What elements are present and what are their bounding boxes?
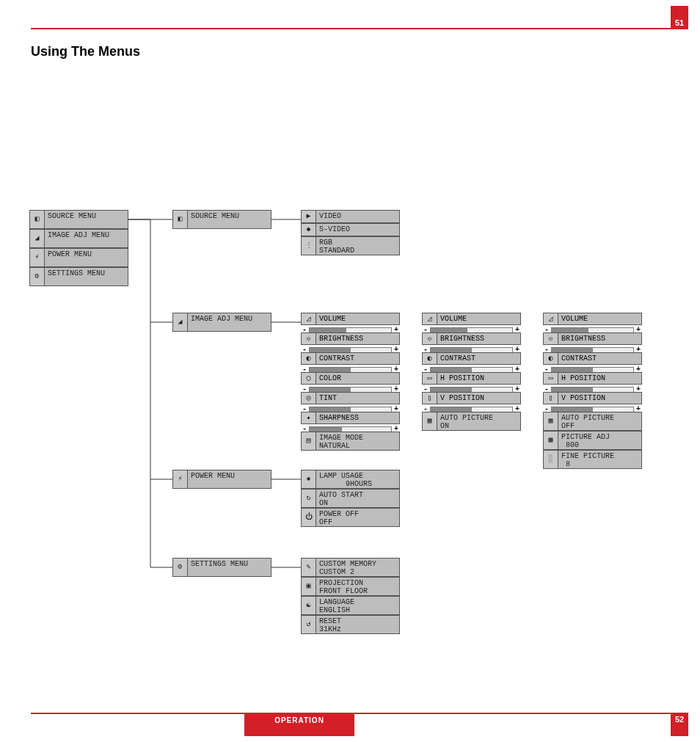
source-option-1-label: S-VIDEO (316, 224, 399, 236)
bright-icon: ☼ (544, 333, 558, 344)
settings-menu-header[interactable]: ⚙ SETTINGS MENU (172, 558, 271, 577)
image-b-slider-1[interactable]: ☼BRIGHTNESS-+ (422, 332, 521, 354)
volume-icon: ◿ (423, 313, 437, 324)
video-icon: ▶ (302, 211, 316, 222)
menu-diagram: ◧ SOURCE MENU ◢ IMAGE ADJ MENU ⚡ POWER M… (29, 210, 675, 650)
image-a-mode[interactable]: ▤IMAGE MODE NATURAL (301, 432, 400, 451)
image-b-auto[interactable]: ▦AUTO PICTURE ON (422, 412, 521, 431)
hpos-icon: ▭ (423, 373, 437, 384)
fine-icon: ░ (544, 451, 558, 468)
vpos-icon: ▯ (423, 393, 437, 404)
power-option-0-label: LAMP USAGE 9HOURS (316, 470, 399, 488)
rgb-icon: ⋮ (302, 237, 316, 255)
source-option-2[interactable]: ⋮RGB STANDARD (301, 236, 400, 255)
image-b-slider-2[interactable]: ◐CONTRAST-+ (422, 352, 521, 374)
image-a-slider-4[interactable]: ◎TINT-+ (301, 392, 400, 414)
settings-option-2[interactable]: ☯LANGUAGE ENGLISH (301, 596, 400, 615)
root-item-1[interactable]: ◢IMAGE ADJ MENU (29, 229, 128, 248)
image-c-slider-0-fill (552, 328, 588, 332)
mode-icon: ▤ (302, 432, 316, 450)
volume-icon: ◿ (302, 313, 316, 324)
image-a-slider-5[interactable]: ✦SHARPNESS-+ (301, 412, 400, 434)
image-b-slider-0[interactable]: ◿VOLUME-+ (422, 313, 521, 335)
poff-icon: ⏻ (302, 509, 316, 526)
image-c-slider-4[interactable]: ▯V POSITION-+ (543, 392, 642, 414)
image-a-slider-2[interactable]: ◐CONTRAST-+ (301, 352, 400, 374)
image-c-extra-2[interactable]: ░FINE PICTURE 8 (543, 450, 642, 469)
image-a-slider-4-label: TINT (316, 393, 399, 404)
bright-icon: ☼ (423, 333, 437, 344)
power-menu-header[interactable]: ⚡ POWER MENU (172, 470, 271, 489)
auto-icon: ▦ (544, 412, 558, 430)
image-c-slider-0[interactable]: ◿VOLUME-+ (543, 313, 642, 335)
contrast-icon: ◐ (302, 353, 316, 364)
image-c-slider-3-label: H POSITION (558, 373, 641, 384)
power-option-1[interactable]: ↻AUTO START ON (301, 489, 400, 508)
image-a-slider-1-fill (310, 348, 351, 352)
reset-icon: ↺ (302, 616, 316, 633)
image-c-slider-1[interactable]: ☼BRIGHTNESS-+ (543, 332, 642, 354)
image-a-slider-0[interactable]: ◿VOLUME-+ (301, 313, 400, 335)
power-icon: ⚡ (173, 470, 188, 488)
bottom-page-number: 52 (671, 713, 688, 736)
contrast-icon: ◐ (544, 353, 558, 364)
image-b-slider-3-label: H POSITION (437, 373, 520, 384)
page-title: Using The Menus (31, 44, 140, 59)
top-page-number: 51 (671, 6, 688, 29)
root-item-3[interactable]: ⚙SETTINGS MENU (29, 267, 128, 286)
svideo-icon: ◆ (302, 224, 316, 236)
image-b-slider-0-label: VOLUME (437, 313, 520, 324)
image-c-extra-0[interactable]: ▦AUTO PICTURE OFF (543, 412, 642, 431)
image-c-slider-4-fill (552, 407, 593, 412)
image-c-extra-1[interactable]: ▩PICTURE ADJ 800 (543, 431, 642, 450)
image-a-slider-1[interactable]: ☼BRIGHTNESS-+ (301, 332, 400, 354)
source-option-1[interactable]: ◆S-VIDEO (301, 223, 400, 236)
image-c-extra-1-label: PICTURE ADJ 800 (558, 432, 641, 449)
power-icon: ⚡ (30, 249, 45, 266)
contrast-icon: ◐ (423, 353, 437, 364)
settings-option-1[interactable]: ▣PROJECTION FRONT FLOOR (301, 577, 400, 596)
image-b-slider-1-fill (431, 348, 472, 352)
image-b-slider-2-label: CONTRAST (437, 353, 520, 364)
image-c-slider-2-label: CONTRAST (558, 353, 641, 364)
root-item-0[interactable]: ◧SOURCE MENU (29, 210, 128, 229)
source-icon: ◧ (173, 211, 188, 228)
image-c-extra-2-label: FINE PICTURE 8 (558, 451, 641, 468)
image-c-slider-3[interactable]: ▭H POSITION-+ (543, 372, 642, 394)
image-b-slider-3[interactable]: ▭H POSITION-+ (422, 372, 521, 394)
color-icon: ◯ (302, 373, 316, 384)
image-b-auto-label: AUTO PICTURE ON (437, 412, 520, 430)
power-option-0[interactable]: ✹LAMP USAGE 9HOURS (301, 470, 400, 489)
image-a-mode-label: IMAGE MODE NATURAL (316, 432, 399, 450)
source-option-0[interactable]: ▶VIDEO (301, 210, 400, 223)
image-a-slider-3-fill (310, 388, 351, 392)
settings-option-3[interactable]: ↺RESET 31KHz (301, 615, 400, 634)
settings-option-1-label: PROJECTION FRONT FLOOR (316, 578, 399, 595)
tint-icon: ◎ (302, 393, 316, 404)
mem-icon: ✎ (302, 559, 316, 576)
image-c-slider-0-label: VOLUME (558, 313, 641, 324)
image-menu-header-label: IMAGE ADJ MENU (188, 313, 271, 331)
power-menu-header-label: POWER MENU (188, 470, 271, 488)
image-b-slider-4[interactable]: ▯V POSITION-+ (422, 392, 521, 414)
image-b-slider-1-label: BRIGHTNESS (437, 333, 520, 344)
sharp-icon: ✦ (302, 412, 316, 423)
image-icon: ◢ (30, 230, 45, 247)
image-menu-header[interactable]: ◢ IMAGE ADJ MENU (172, 313, 271, 332)
image-a-slider-3[interactable]: ◯COLOR-+ (301, 372, 400, 394)
power-option-2[interactable]: ⏻POWER OFF OFF (301, 508, 400, 527)
image-a-slider-0-fill (310, 328, 346, 332)
root-item-2-label: POWER MENU (45, 249, 128, 266)
source-menu-header[interactable]: ◧ SOURCE MENU (172, 210, 271, 229)
root-item-3-label: SETTINGS MENU (45, 268, 128, 285)
settings-option-3-label: RESET 31KHz (316, 616, 399, 633)
image-a-slider-5-fill (310, 427, 342, 432)
astart-icon: ↻ (302, 490, 316, 507)
root-item-2[interactable]: ⚡POWER MENU (29, 248, 128, 267)
vpos-icon: ▯ (544, 393, 558, 404)
image-a-slider-2-label: CONTRAST (316, 353, 399, 364)
image-c-slider-2[interactable]: ◐CONTRAST-+ (543, 352, 642, 374)
image-c-slider-1-label: BRIGHTNESS (558, 333, 641, 344)
settings-menu-header-label: SETTINGS MENU (188, 559, 271, 576)
settings-option-0[interactable]: ✎CUSTOM MEMORY CUSTOM 2 (301, 558, 400, 577)
